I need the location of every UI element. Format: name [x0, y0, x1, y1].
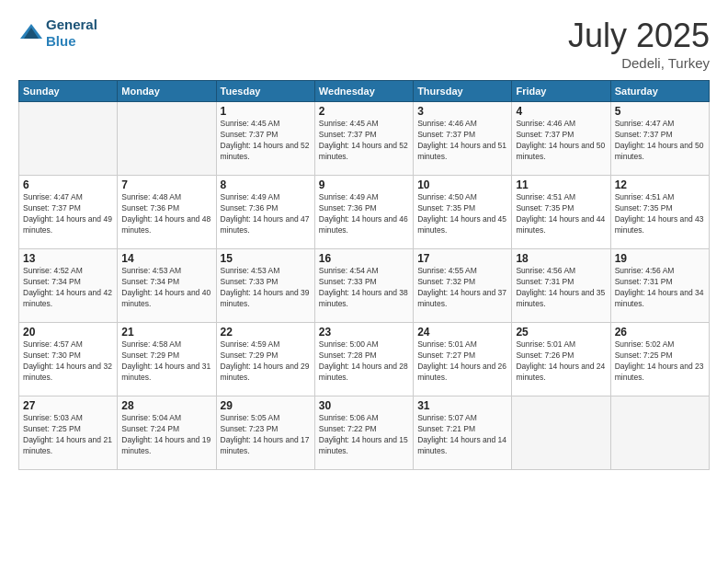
day-info: Sunrise: 5:00 AMSunset: 7:28 PMDaylight:… — [319, 339, 409, 384]
day-info: Sunrise: 5:03 AMSunset: 7:25 PMDaylight:… — [23, 413, 113, 457]
calendar-cell: 9Sunrise: 4:49 AMSunset: 7:36 PMDaylight… — [314, 176, 413, 249]
day-info: Sunrise: 4:56 AMSunset: 7:31 PMDaylight:… — [615, 266, 705, 310]
day-info: Sunrise: 4:51 AMSunset: 7:35 PMDaylight:… — [615, 192, 705, 236]
title-block: July 2025 Dedeli, Turkey — [568, 17, 710, 71]
calendar-cell: 14Sunrise: 4:53 AMSunset: 7:34 PMDayligh… — [118, 249, 216, 323]
calendar-cell — [610, 396, 709, 470]
day-number: 20 — [23, 326, 113, 339]
calendar-cell: 4Sunrise: 4:46 AMSunset: 7:37 PMDaylight… — [512, 102, 610, 176]
day-info: Sunrise: 4:49 AMSunset: 7:36 PMDaylight:… — [319, 192, 409, 236]
location: Dedeli, Turkey — [568, 55, 710, 71]
day-info: Sunrise: 4:47 AMSunset: 7:37 PMDaylight:… — [615, 119, 705, 163]
day-number: 3 — [417, 105, 507, 118]
calendar-week-3: 20Sunrise: 4:57 AMSunset: 7:30 PMDayligh… — [19, 323, 710, 396]
day-info: Sunrise: 4:54 AMSunset: 7:33 PMDaylight:… — [319, 266, 409, 310]
calendar-cell: 7Sunrise: 4:48 AMSunset: 7:36 PMDaylight… — [118, 176, 216, 249]
day-number: 14 — [121, 252, 211, 265]
calendar-cell: 1Sunrise: 4:45 AMSunset: 7:37 PMDaylight… — [216, 102, 314, 176]
calendar-cell: 27Sunrise: 5:03 AMSunset: 7:25 PMDayligh… — [19, 396, 118, 470]
day-info: Sunrise: 4:59 AMSunset: 7:29 PMDaylight:… — [221, 339, 311, 384]
calendar-page: General Blue July 2025 Dedeli, Turkey Su… — [0, 0, 728, 563]
calendar-cell: 16Sunrise: 4:54 AMSunset: 7:33 PMDayligh… — [314, 249, 413, 323]
day-number: 5 — [615, 105, 705, 118]
day-info: Sunrise: 4:45 AMSunset: 7:37 PMDaylight:… — [319, 119, 409, 163]
header-row: Sunday Monday Tuesday Wednesday Thursday… — [19, 81, 710, 102]
day-number: 17 — [417, 252, 507, 265]
calendar-cell: 29Sunrise: 5:05 AMSunset: 7:23 PMDayligh… — [216, 396, 314, 470]
day-info: Sunrise: 4:56 AMSunset: 7:31 PMDaylight:… — [516, 266, 606, 310]
day-number: 8 — [221, 178, 311, 191]
logo-text: General Blue — [46, 17, 97, 50]
day-number: 23 — [319, 326, 409, 339]
day-number: 25 — [516, 326, 606, 339]
calendar-cell: 24Sunrise: 5:01 AMSunset: 7:27 PMDayligh… — [414, 323, 512, 396]
header-friday: Friday — [512, 81, 610, 102]
day-info: Sunrise: 4:58 AMSunset: 7:29 PMDaylight:… — [121, 339, 211, 384]
day-number: 29 — [221, 399, 311, 412]
day-info: Sunrise: 5:05 AMSunset: 7:23 PMDaylight:… — [221, 413, 311, 457]
calendar-cell: 11Sunrise: 4:51 AMSunset: 7:35 PMDayligh… — [512, 176, 610, 249]
day-number: 22 — [221, 326, 311, 339]
day-number: 16 — [319, 252, 409, 265]
day-number: 13 — [23, 252, 113, 265]
calendar-cell: 30Sunrise: 5:06 AMSunset: 7:22 PMDayligh… — [314, 396, 413, 470]
header-tuesday: Tuesday — [216, 81, 314, 102]
header-wednesday: Wednesday — [314, 81, 413, 102]
day-info: Sunrise: 5:04 AMSunset: 7:24 PMDaylight:… — [121, 413, 211, 457]
day-number: 19 — [615, 252, 705, 265]
day-info: Sunrise: 4:55 AMSunset: 7:32 PMDaylight:… — [417, 266, 507, 310]
day-info: Sunrise: 4:45 AMSunset: 7:37 PMDaylight:… — [221, 119, 311, 163]
header-thursday: Thursday — [414, 81, 512, 102]
day-info: Sunrise: 4:49 AMSunset: 7:36 PMDaylight:… — [221, 192, 311, 236]
day-number: 7 — [121, 178, 211, 191]
day-number: 28 — [121, 399, 211, 412]
calendar-cell: 18Sunrise: 4:56 AMSunset: 7:31 PMDayligh… — [512, 249, 610, 323]
header-sunday: Sunday — [19, 81, 118, 102]
day-number: 21 — [121, 326, 211, 339]
calendar-cell: 21Sunrise: 4:58 AMSunset: 7:29 PMDayligh… — [118, 323, 216, 396]
header-saturday: Saturday — [610, 81, 709, 102]
calendar-week-4: 27Sunrise: 5:03 AMSunset: 7:25 PMDayligh… — [19, 396, 710, 470]
day-info: Sunrise: 5:02 AMSunset: 7:25 PMDaylight:… — [615, 339, 705, 384]
header-monday: Monday — [118, 81, 216, 102]
calendar-cell — [512, 396, 610, 470]
day-info: Sunrise: 4:51 AMSunset: 7:35 PMDaylight:… — [516, 192, 606, 236]
calendar-cell: 23Sunrise: 5:00 AMSunset: 7:28 PMDayligh… — [314, 323, 413, 396]
calendar-header: Sunday Monday Tuesday Wednesday Thursday… — [19, 81, 710, 102]
day-number: 2 — [319, 105, 409, 118]
calendar-cell: 17Sunrise: 4:55 AMSunset: 7:32 PMDayligh… — [414, 249, 512, 323]
calendar-cell: 22Sunrise: 4:59 AMSunset: 7:29 PMDayligh… — [216, 323, 314, 396]
day-info: Sunrise: 4:53 AMSunset: 7:34 PMDaylight:… — [121, 266, 211, 310]
day-number: 18 — [516, 252, 606, 265]
calendar-cell — [118, 102, 216, 176]
calendar-cell: 2Sunrise: 4:45 AMSunset: 7:37 PMDaylight… — [314, 102, 413, 176]
calendar-cell: 15Sunrise: 4:53 AMSunset: 7:33 PMDayligh… — [216, 249, 314, 323]
day-number: 10 — [417, 178, 507, 191]
day-number: 6 — [23, 178, 113, 191]
calendar-cell: 12Sunrise: 4:51 AMSunset: 7:35 PMDayligh… — [610, 176, 709, 249]
day-info: Sunrise: 4:57 AMSunset: 7:30 PMDaylight:… — [23, 339, 113, 384]
logo-icon — [18, 20, 44, 46]
day-info: Sunrise: 4:46 AMSunset: 7:37 PMDaylight:… — [417, 119, 507, 163]
calendar-week-2: 13Sunrise: 4:52 AMSunset: 7:34 PMDayligh… — [19, 249, 710, 323]
day-info: Sunrise: 4:46 AMSunset: 7:37 PMDaylight:… — [516, 119, 606, 163]
day-number: 26 — [615, 326, 705, 339]
day-number: 9 — [319, 178, 409, 191]
calendar-week-0: 1Sunrise: 4:45 AMSunset: 7:37 PMDaylight… — [19, 102, 710, 176]
day-number: 1 — [221, 105, 311, 118]
calendar-cell: 19Sunrise: 4:56 AMSunset: 7:31 PMDayligh… — [610, 249, 709, 323]
calendar-week-1: 6Sunrise: 4:47 AMSunset: 7:37 PMDaylight… — [19, 176, 710, 249]
calendar-cell: 3Sunrise: 4:46 AMSunset: 7:37 PMDaylight… — [414, 102, 512, 176]
calendar-cell: 20Sunrise: 4:57 AMSunset: 7:30 PMDayligh… — [19, 323, 118, 396]
calendar-table: Sunday Monday Tuesday Wednesday Thursday… — [18, 80, 710, 470]
calendar-cell: 28Sunrise: 5:04 AMSunset: 7:24 PMDayligh… — [118, 396, 216, 470]
calendar-cell: 25Sunrise: 5:01 AMSunset: 7:26 PMDayligh… — [512, 323, 610, 396]
day-info: Sunrise: 4:47 AMSunset: 7:37 PMDaylight:… — [23, 192, 113, 236]
day-info: Sunrise: 4:50 AMSunset: 7:35 PMDaylight:… — [417, 192, 507, 236]
day-number: 30 — [319, 399, 409, 412]
day-number: 27 — [23, 399, 113, 412]
calendar-body: 1Sunrise: 4:45 AMSunset: 7:37 PMDaylight… — [19, 102, 710, 470]
calendar-cell: 26Sunrise: 5:02 AMSunset: 7:25 PMDayligh… — [610, 323, 709, 396]
logo: General Blue — [18, 17, 97, 50]
calendar-cell: 6Sunrise: 4:47 AMSunset: 7:37 PMDaylight… — [19, 176, 118, 249]
